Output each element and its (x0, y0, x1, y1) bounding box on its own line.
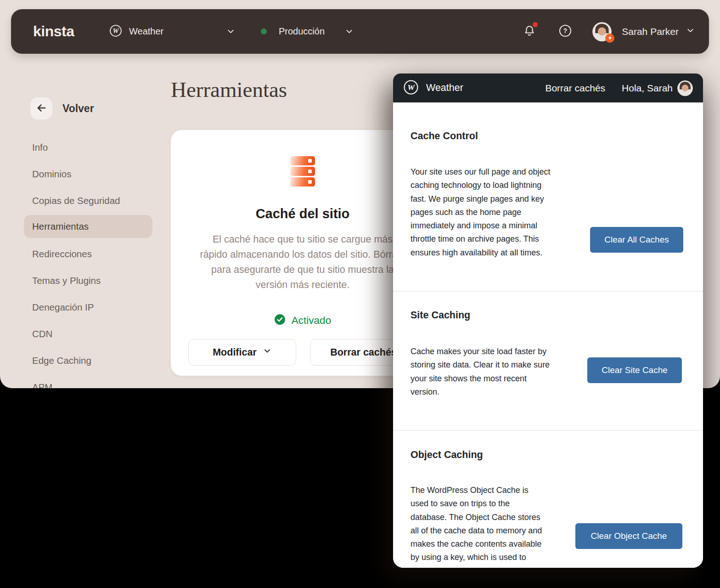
wp-clear-caches-action[interactable]: Borrar cachés (545, 83, 605, 94)
wordpress-icon: W (403, 79, 419, 97)
topbar-right-cluster: ? Sarah Parker (523, 9, 695, 54)
wp-user-avatar[interactable] (677, 80, 693, 96)
sidebar-item-denegacion-ip[interactable]: Denegación IP (24, 297, 152, 317)
page-title: Herramientas (171, 77, 287, 102)
screen: kinsta W Weather Producción (0, 0, 720, 588)
environment-switcher[interactable]: Producción (261, 9, 325, 54)
user-avatar[interactable] (592, 22, 612, 41)
environment-name: Producción (279, 26, 325, 37)
clear-all-caches-button[interactable]: Clear All Caches (590, 227, 683, 253)
section-divider (393, 430, 703, 431)
wp-admin-bar: W Weather Borrar cachés Hola, Sarah (393, 74, 703, 102)
wp-admin-overlay: W Weather Borrar cachés Hola, Sarah Cach… (393, 74, 703, 568)
status-label: Activado (292, 315, 331, 327)
section-body: Cache makes your site load faster by sto… (411, 345, 594, 399)
top-navigation-bar: kinsta W Weather Producción (11, 9, 709, 54)
help-icon: ? (558, 24, 572, 39)
lightning-badge-icon (605, 34, 614, 43)
chevron-down-icon (263, 346, 272, 358)
svg-text:?: ? (563, 27, 568, 34)
wp-user-greeting[interactable]: Hola, Sarah (622, 83, 673, 94)
svg-text:W: W (113, 27, 119, 34)
card-buttons: Modificar Borrar cachés (188, 339, 417, 366)
back-label: Volver (62, 102, 94, 115)
environment-status-dot (261, 28, 267, 34)
section-body: Your site uses our full page and object … (411, 165, 594, 260)
notifications-button[interactable] (523, 24, 536, 39)
modify-button[interactable]: Modificar (188, 339, 296, 366)
notification-badge (533, 22, 538, 27)
back-arrow-icon (35, 102, 47, 115)
sidebar-item-info[interactable]: Info (24, 137, 152, 158)
clear-object-cache-button[interactable]: Clear Object Cache (575, 523, 682, 549)
sidebar-item-cdn[interactable]: CDN (24, 324, 152, 344)
check-circle-icon (274, 314, 286, 327)
chevron-down-icon (226, 27, 236, 38)
section-title: Site Caching (411, 310, 470, 321)
sidebar-item-copias-de-seguridad[interactable]: Copias de Seguridad (24, 191, 152, 211)
chevron-down-icon (344, 27, 354, 38)
wordpress-icon: W (109, 24, 122, 39)
user-name[interactable]: Sarah Parker (622, 26, 679, 37)
sidebar-item-dominios[interactable]: Dominios (24, 164, 152, 184)
section-divider (393, 291, 703, 292)
svg-text:W: W (407, 83, 415, 92)
wp-site-name[interactable]: Weather (426, 82, 463, 94)
section-body: The WordPress Object Cache is used to sa… (411, 484, 594, 568)
sidebar-item-edge-caching[interactable]: Edge Caching (24, 351, 152, 371)
kinsta-logo: kinsta (33, 9, 74, 54)
section-title: Cache Control (411, 130, 478, 142)
wp-admin-content: Cache Control Your site uses our full pa… (393, 102, 703, 568)
site-name: Weather (129, 26, 163, 37)
chevron-down-icon (686, 26, 695, 37)
back-button[interactable] (30, 97, 52, 119)
help-button[interactable]: ? (558, 24, 572, 39)
clear-site-cache-button[interactable]: Clear Site Cache (587, 357, 682, 383)
sidebar-item-apm[interactable]: APM (24, 377, 152, 388)
back-row: Volver (30, 97, 94, 119)
section-title: Object Caching (411, 449, 483, 461)
site-switcher[interactable]: W Weather (109, 9, 163, 54)
server-cache-icon (290, 156, 315, 187)
